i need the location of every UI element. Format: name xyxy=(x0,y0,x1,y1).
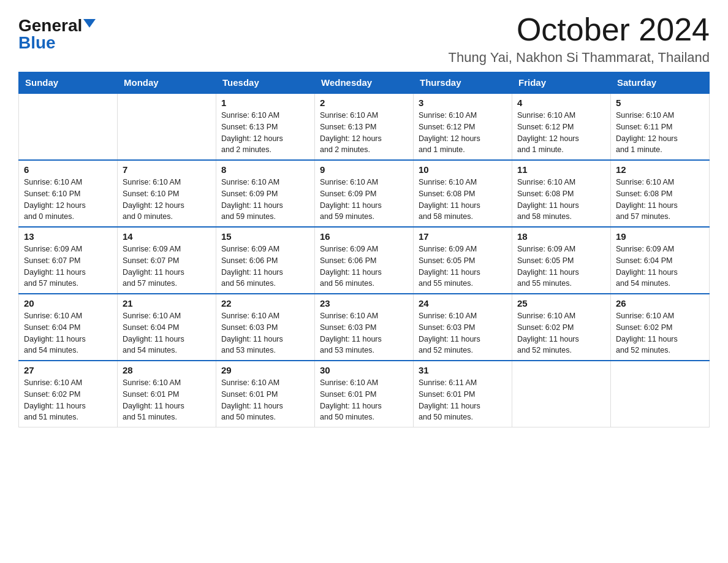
location-title: Thung Yai, Nakhon Si Thammarat, Thailand xyxy=(449,50,710,66)
day-number: 2 xyxy=(320,98,408,108)
day-info: Sunrise: 6:10 AM Sunset: 6:02 PM Dayligh… xyxy=(616,310,704,356)
calendar-cell: 31Sunrise: 6:11 AM Sunset: 6:01 PM Dayli… xyxy=(414,361,512,427)
header-row: SundayMondayTuesdayWednesdayThursdayFrid… xyxy=(19,72,710,94)
day-number: 21 xyxy=(123,298,211,308)
logo: General Blue xyxy=(18,12,96,52)
week-row-5: 27Sunrise: 6:10 AM Sunset: 6:02 PM Dayli… xyxy=(19,361,710,427)
day-number: 23 xyxy=(320,298,408,308)
day-info: Sunrise: 6:10 AM Sunset: 6:03 PM Dayligh… xyxy=(320,310,408,356)
day-info: Sunrise: 6:10 AM Sunset: 6:03 PM Dayligh… xyxy=(419,310,507,356)
day-info: Sunrise: 6:10 AM Sunset: 6:12 PM Dayligh… xyxy=(419,110,507,156)
calendar-cell: 25Sunrise: 6:10 AM Sunset: 6:02 PM Dayli… xyxy=(512,294,611,361)
header-day-wednesday: Wednesday xyxy=(315,72,414,94)
calendar-cell xyxy=(611,361,710,427)
day-number: 27 xyxy=(24,365,112,375)
day-info: Sunrise: 6:09 AM Sunset: 6:06 PM Dayligh… xyxy=(221,243,309,289)
day-number: 14 xyxy=(123,231,211,242)
day-info: Sunrise: 6:10 AM Sunset: 6:11 PM Dayligh… xyxy=(616,110,704,156)
day-info: Sunrise: 6:09 AM Sunset: 6:04 PM Dayligh… xyxy=(616,243,704,289)
calendar-cell: 29Sunrise: 6:10 AM Sunset: 6:01 PM Dayli… xyxy=(216,361,315,427)
day-info: Sunrise: 6:10 AM Sunset: 6:09 PM Dayligh… xyxy=(320,177,408,223)
header-day-sunday: Sunday xyxy=(19,72,118,94)
calendar-cell xyxy=(19,93,118,160)
week-row-3: 13Sunrise: 6:09 AM Sunset: 6:07 PM Dayli… xyxy=(19,227,710,294)
logo-triangle-icon xyxy=(83,19,96,28)
calendar-cell: 28Sunrise: 6:10 AM Sunset: 6:01 PM Dayli… xyxy=(118,361,216,427)
day-number: 8 xyxy=(221,164,309,175)
day-info: Sunrise: 6:10 AM Sunset: 6:08 PM Dayligh… xyxy=(419,177,507,223)
day-number: 3 xyxy=(419,98,507,108)
day-number: 10 xyxy=(419,164,507,175)
calendar-cell: 11Sunrise: 6:10 AM Sunset: 6:08 PM Dayli… xyxy=(512,160,611,227)
calendar-cell: 15Sunrise: 6:09 AM Sunset: 6:06 PM Dayli… xyxy=(216,227,315,294)
day-number: 19 xyxy=(616,231,704,242)
day-info: Sunrise: 6:10 AM Sunset: 6:08 PM Dayligh… xyxy=(517,177,605,223)
calendar-cell: 22Sunrise: 6:10 AM Sunset: 6:03 PM Dayli… xyxy=(216,294,315,361)
calendar-cell: 30Sunrise: 6:10 AM Sunset: 6:01 PM Dayli… xyxy=(315,361,414,427)
day-number: 7 xyxy=(123,164,211,175)
day-number: 28 xyxy=(123,365,211,375)
title-area: October 2024 Thung Yai, Nakhon Si Thamma… xyxy=(449,12,710,66)
calendar-cell xyxy=(118,93,216,160)
calendar-cell: 20Sunrise: 6:10 AM Sunset: 6:04 PM Dayli… xyxy=(19,294,118,361)
calendar-cell: 4Sunrise: 6:10 AM Sunset: 6:12 PM Daylig… xyxy=(512,93,611,160)
calendar-body: 1Sunrise: 6:10 AM Sunset: 6:13 PM Daylig… xyxy=(19,93,710,427)
logo-general-text: General xyxy=(18,17,82,34)
calendar-cell: 23Sunrise: 6:10 AM Sunset: 6:03 PM Dayli… xyxy=(315,294,414,361)
day-number: 26 xyxy=(616,298,704,308)
week-row-1: 1Sunrise: 6:10 AM Sunset: 6:13 PM Daylig… xyxy=(19,93,710,160)
day-info: Sunrise: 6:10 AM Sunset: 6:09 PM Dayligh… xyxy=(221,177,309,223)
header-day-tuesday: Tuesday xyxy=(216,72,315,94)
calendar-cell: 10Sunrise: 6:10 AM Sunset: 6:08 PM Dayli… xyxy=(414,160,512,227)
day-number: 6 xyxy=(24,164,112,175)
day-number: 31 xyxy=(419,365,507,375)
page-header: General Blue October 2024 Thung Yai, Nak… xyxy=(18,12,710,66)
day-number: 1 xyxy=(221,98,309,108)
calendar-cell xyxy=(512,361,611,427)
day-number: 20 xyxy=(24,298,112,308)
week-row-2: 6Sunrise: 6:10 AM Sunset: 6:10 PM Daylig… xyxy=(19,160,710,227)
calendar-cell: 27Sunrise: 6:10 AM Sunset: 6:02 PM Dayli… xyxy=(19,361,118,427)
day-number: 30 xyxy=(320,365,408,375)
calendar-header: SundayMondayTuesdayWednesdayThursdayFrid… xyxy=(19,72,710,94)
day-info: Sunrise: 6:10 AM Sunset: 6:01 PM Dayligh… xyxy=(123,377,211,423)
calendar-cell: 1Sunrise: 6:10 AM Sunset: 6:13 PM Daylig… xyxy=(216,93,315,160)
calendar-cell: 24Sunrise: 6:10 AM Sunset: 6:03 PM Dayli… xyxy=(414,294,512,361)
day-number: 18 xyxy=(517,231,605,242)
day-info: Sunrise: 6:09 AM Sunset: 6:05 PM Dayligh… xyxy=(419,243,507,289)
day-number: 24 xyxy=(419,298,507,308)
day-number: 9 xyxy=(320,164,408,175)
calendar-cell: 18Sunrise: 6:09 AM Sunset: 6:05 PM Dayli… xyxy=(512,227,611,294)
day-info: Sunrise: 6:10 AM Sunset: 6:10 PM Dayligh… xyxy=(24,177,112,223)
day-info: Sunrise: 6:09 AM Sunset: 6:07 PM Dayligh… xyxy=(24,243,112,289)
calendar-cell: 7Sunrise: 6:10 AM Sunset: 6:10 PM Daylig… xyxy=(118,160,216,227)
day-number: 22 xyxy=(221,298,309,308)
calendar-cell: 5Sunrise: 6:10 AM Sunset: 6:11 PM Daylig… xyxy=(611,93,710,160)
header-day-friday: Friday xyxy=(512,72,611,94)
calendar-cell: 8Sunrise: 6:10 AM Sunset: 6:09 PM Daylig… xyxy=(216,160,315,227)
calendar-table: SundayMondayTuesdayWednesdayThursdayFrid… xyxy=(18,72,710,427)
day-info: Sunrise: 6:10 AM Sunset: 6:02 PM Dayligh… xyxy=(517,310,605,356)
day-info: Sunrise: 6:10 AM Sunset: 6:04 PM Dayligh… xyxy=(123,310,211,356)
header-day-monday: Monday xyxy=(118,72,216,94)
calendar-cell: 17Sunrise: 6:09 AM Sunset: 6:05 PM Dayli… xyxy=(414,227,512,294)
day-number: 17 xyxy=(419,231,507,242)
calendar-cell: 9Sunrise: 6:10 AM Sunset: 6:09 PM Daylig… xyxy=(315,160,414,227)
day-info: Sunrise: 6:10 AM Sunset: 6:08 PM Dayligh… xyxy=(616,177,704,223)
day-info: Sunrise: 6:09 AM Sunset: 6:07 PM Dayligh… xyxy=(123,243,211,289)
day-info: Sunrise: 6:10 AM Sunset: 6:01 PM Dayligh… xyxy=(221,377,309,423)
day-number: 11 xyxy=(517,164,605,175)
calendar-cell: 14Sunrise: 6:09 AM Sunset: 6:07 PM Dayli… xyxy=(118,227,216,294)
calendar-cell: 21Sunrise: 6:10 AM Sunset: 6:04 PM Dayli… xyxy=(118,294,216,361)
calendar-cell: 6Sunrise: 6:10 AM Sunset: 6:10 PM Daylig… xyxy=(19,160,118,227)
day-info: Sunrise: 6:10 AM Sunset: 6:03 PM Dayligh… xyxy=(221,310,309,356)
header-day-thursday: Thursday xyxy=(414,72,512,94)
calendar-cell: 19Sunrise: 6:09 AM Sunset: 6:04 PM Dayli… xyxy=(611,227,710,294)
day-number: 13 xyxy=(24,231,112,242)
month-title: October 2024 xyxy=(449,12,710,47)
day-number: 4 xyxy=(517,98,605,108)
day-number: 12 xyxy=(616,164,704,175)
day-info: Sunrise: 6:10 AM Sunset: 6:10 PM Dayligh… xyxy=(123,177,211,223)
day-info: Sunrise: 6:09 AM Sunset: 6:06 PM Dayligh… xyxy=(320,243,408,289)
week-row-4: 20Sunrise: 6:10 AM Sunset: 6:04 PM Dayli… xyxy=(19,294,710,361)
